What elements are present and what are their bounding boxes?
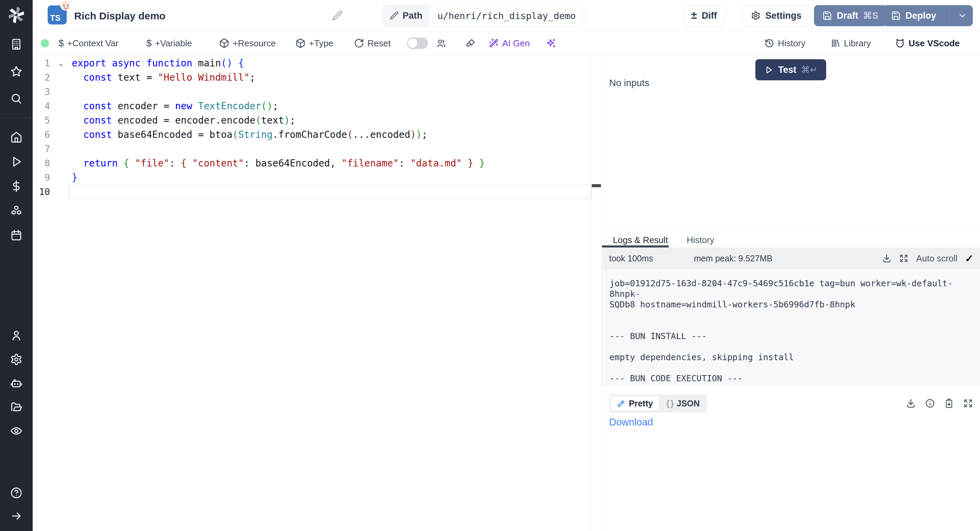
overview-ruler[interactable]	[592, 55, 601, 531]
draft-shortcut: ⌘S	[863, 10, 878, 21]
history-clock-icon	[764, 38, 775, 48]
result-actions	[906, 398, 973, 408]
ai-gen-button[interactable]: AI Gen	[488, 31, 530, 55]
expand-result-icon[interactable]	[963, 398, 973, 408]
format-brush-icon[interactable]	[466, 31, 476, 55]
code-line[interactable]: 10	[33, 185, 601, 199]
reset-button[interactable]: Reset	[354, 31, 391, 55]
line-number: 3	[33, 85, 50, 99]
line-number: 6	[33, 128, 50, 142]
code-text: const base64Encoded = btoa(String.fromCh…	[72, 128, 427, 142]
deploy-button-label: Deploy	[905, 11, 936, 21]
result-download-link[interactable]: Download	[609, 417, 653, 428]
library-label: Library	[844, 38, 871, 49]
add-variable-label: +Variable	[155, 38, 192, 49]
library-button[interactable]: Library	[830, 31, 871, 55]
windmill-logo-icon[interactable]	[8, 6, 25, 24]
variables-dollar-icon[interactable]	[10, 179, 23, 193]
use-vscode-button[interactable]: Use VScode	[895, 31, 959, 55]
test-button-label: Test	[778, 65, 797, 75]
expand-arrow-icon[interactable]	[10, 509, 23, 523]
copy-clipboard-icon[interactable]	[944, 398, 954, 408]
code-text: }	[72, 171, 78, 185]
result-toolbar: Pretty { } JSON	[609, 394, 973, 413]
code-line[interactable]: 1⌄export async function main() {	[33, 56, 601, 70]
line-number: 10	[33, 185, 50, 199]
settings-button-label: Settings	[765, 11, 802, 21]
fold-gutter	[50, 113, 72, 128]
download-logs-icon[interactable]	[882, 254, 891, 263]
diff-button[interactable]: ± Diff	[682, 5, 725, 26]
code-line[interactable]: 8 return { "file": { "content": base64En…	[33, 156, 601, 171]
draft-button-label: Draft	[837, 11, 858, 21]
add-type-button[interactable]: +Type	[295, 31, 334, 55]
edit-summary-pencil-icon[interactable]	[332, 10, 343, 21]
run-panel: Test ⌘↵ No inputs Logs & Result History …	[601, 55, 980, 531]
auto-scroll-label[interactable]: Auto scroll	[916, 253, 957, 264]
add-context-var-button[interactable]: $ +Context Var	[59, 31, 118, 55]
settings-button[interactable]: Settings	[743, 5, 810, 26]
draft-button[interactable]: Draft ⌘S	[814, 5, 887, 26]
test-button[interactable]: Test ⌘↵	[756, 59, 826, 80]
favorites-star-icon[interactable]	[10, 65, 23, 78]
runs-play-icon[interactable]	[10, 155, 23, 169]
code-text: export async function main() {	[72, 56, 244, 70]
add-resource-button[interactable]: +Resource	[219, 31, 275, 55]
line-number: 1	[33, 56, 50, 70]
deploy-button[interactable]: Deploy	[883, 5, 973, 26]
tab-history[interactable]: History	[687, 235, 714, 246]
resources-boxes-icon[interactable]	[10, 204, 23, 217]
search-icon[interactable]	[10, 92, 23, 105]
code-line[interactable]: 5 const encoded = encoder.encode(text);	[33, 113, 601, 128]
help-icon[interactable]	[10, 486, 23, 500]
top-header: TS Rich Display demo Path u/henri/rich_d…	[33, 0, 980, 31]
log-output-area[interactable]: job=01912d75-163d-8204-47c9-5469c516cb1e…	[602, 269, 980, 386]
json-view-button[interactable]: { } JSON	[660, 396, 706, 411]
plus-minus-icon: ±	[691, 10, 697, 21]
user-icon[interactable]	[10, 329, 23, 343]
path-value[interactable]: u/henri/rich_display_demo	[430, 5, 584, 26]
path-label: Path	[402, 11, 423, 21]
home-icon[interactable]	[10, 130, 23, 144]
folders-icon[interactable]	[10, 400, 23, 414]
code-line[interactable]: 4 const encoder = new TextEncoder();	[33, 99, 601, 113]
package-icon	[219, 38, 229, 48]
code-line[interactable]: 6 const base64Encoded = btoa(String.from…	[33, 128, 601, 142]
code-editor[interactable]: 1⌄export async function main() {2 const …	[33, 55, 601, 531]
code-line[interactable]: 7	[33, 142, 601, 156]
add-context-var-label: +Context Var	[67, 38, 119, 49]
check-icon[interactable]: ✓	[965, 253, 974, 265]
audit-eye-icon[interactable]	[10, 424, 23, 438]
toggle-switch[interactable]	[407, 37, 428, 49]
deploy-button-divider	[947, 5, 947, 26]
log-text: job=01912d75-163d-8204-47c9-5469c516cb1e…	[609, 278, 973, 384]
workers-robot-icon[interactable]	[10, 376, 23, 390]
pretty-view-button[interactable]: Pretty	[611, 396, 659, 411]
download-result-icon[interactable]	[906, 398, 916, 408]
code-line[interactable]: 9}	[33, 171, 601, 185]
dollar-icon: $	[146, 38, 152, 49]
workspace-building-icon[interactable]	[10, 37, 23, 51]
multiplayer-users-icon[interactable]	[436, 31, 447, 55]
code-line[interactable]: 2 const text = "Hello Windmill";	[33, 70, 601, 85]
pretty-view-label: Pretty	[629, 399, 653, 408]
fold-chevron-icon[interactable]: ⌄	[50, 56, 72, 70]
add-variable-button[interactable]: $ +Variable	[146, 31, 192, 55]
ai-sparkles-icon[interactable]	[546, 31, 556, 55]
add-type-label: +Type	[309, 38, 334, 49]
info-icon[interactable]	[925, 398, 935, 408]
diff-mode-toggle[interactable]	[407, 31, 428, 55]
typescript-badge: TS	[48, 5, 67, 24]
panel-divider	[601, 229, 980, 229]
tab-logs-result[interactable]: Logs & Result	[613, 235, 668, 246]
path-field[interactable]: Path u/henri/rich_display_demo	[382, 5, 584, 26]
deploy-dropdown-toggle[interactable]	[952, 11, 972, 21]
braces-icon: { }	[666, 399, 673, 408]
settings-gear-icon[interactable]	[10, 352, 23, 366]
dollar-icon: $	[59, 38, 64, 49]
script-history-button[interactable]: History	[764, 31, 805, 55]
diff-button-label: Diff	[702, 11, 717, 21]
schedules-calendar-icon[interactable]	[10, 228, 23, 242]
expand-logs-icon[interactable]	[899, 254, 908, 263]
code-line[interactable]: 3	[33, 85, 601, 99]
